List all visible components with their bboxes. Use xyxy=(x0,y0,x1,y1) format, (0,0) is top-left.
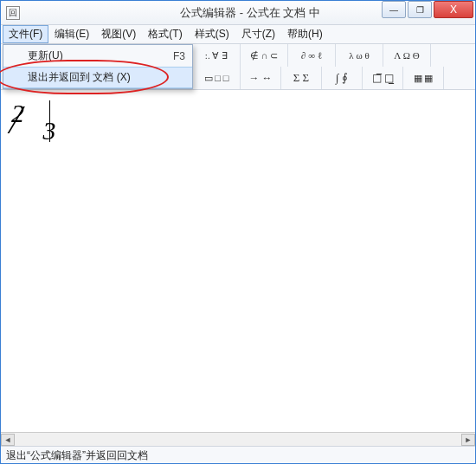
menu-view[interactable]: 视图(V) xyxy=(95,25,142,43)
maximize-button[interactable]: ❐ xyxy=(408,1,432,18)
menu-help[interactable]: 帮助(H) xyxy=(281,25,329,43)
statusbar-text: 退出“公式编辑器”并返回回文档 xyxy=(6,449,148,461)
minimize-button[interactable]: — xyxy=(382,1,406,18)
tb-grp-greek-lower: λ ω θ xyxy=(336,44,383,67)
menu-edit[interactable]: 编辑(E) xyxy=(48,25,95,43)
menu-format[interactable]: 格式(T) xyxy=(142,25,188,43)
tb-grp-template1: ▭ □ □ xyxy=(193,67,241,89)
menu-file[interactable]: 文件(F) xyxy=(3,25,48,43)
tb-grp-sum: Σ Σ xyxy=(281,67,322,89)
tb-overunder-icon[interactable]: □̅ □̲ xyxy=(365,68,400,87)
tb-set-icon[interactable]: ∉ ∩ ⊂ xyxy=(243,46,285,65)
tb-grp-overunder: □̅ □̲ xyxy=(363,67,403,89)
horizontal-scrollbar[interactable]: ◄ ► xyxy=(1,432,475,446)
tb-matrix-icon[interactable]: ▦ ▦ xyxy=(406,68,441,87)
tb-template-box-icon[interactable]: ▭ □ □ xyxy=(196,68,237,87)
tb-greek-lower-icon[interactable]: λ ω θ xyxy=(338,46,380,65)
tb-misc-icon[interactable]: ∂ ∞ ℓ xyxy=(291,46,332,65)
file-menu-update-shortcut: F3 xyxy=(173,50,185,62)
file-menu-exit-return[interactable]: 退出并返回到 文档 (X) xyxy=(3,67,192,88)
tb-logic-icon[interactable]: :. ∀ ∃ xyxy=(196,46,237,65)
window-controls: — ❐ X xyxy=(382,1,475,18)
tb-sum-icon[interactable]: Σ Σ xyxy=(284,68,318,87)
file-menu-exit-return-label: 退出并返回到 文档 (X) xyxy=(28,70,131,85)
tb-greek-upper-icon[interactable]: Λ Ω Θ xyxy=(386,46,428,65)
file-dropdown: 更新(U) F3 退出并返回到 文档 (X) xyxy=(3,44,193,89)
statusbar: 退出“公式编辑器”并返回回文档 xyxy=(1,446,475,463)
tb-grp-integral: ∫ ∮ xyxy=(322,67,363,89)
file-menu-update-label: 更新(U) xyxy=(28,48,63,63)
tb-integral-icon[interactable]: ∫ ∮ xyxy=(325,68,359,87)
formula-fraction: ⁄ 2 3 xyxy=(11,99,44,128)
tb-grp-set: ∉ ∩ ⊂ xyxy=(241,44,288,67)
tb-grp-logic: :. ∀ ∃ xyxy=(193,44,241,67)
tb-grp-arrows: → ↔ xyxy=(241,67,281,89)
fraction-numerator: 2 xyxy=(11,99,24,127)
menu-size[interactable]: 尺寸(Z) xyxy=(235,25,281,43)
file-menu-update[interactable]: 更新(U) F3 xyxy=(3,45,192,67)
titlebar: 回 公式编辑器 - 公式在 文档 中 — ❐ X xyxy=(1,1,475,25)
tb-grp-greek-upper: Λ Ω Θ xyxy=(383,44,431,67)
menu-style[interactable]: 样式(S) xyxy=(189,25,235,43)
tb-arrows-icon[interactable]: → ↔ xyxy=(243,68,278,87)
menubar: 文件(F) 编辑(E) 视图(V) 格式(T) 样式(S) 尺寸(Z) 帮助(H… xyxy=(1,25,475,44)
text-cursor xyxy=(49,100,50,142)
tb-grp-matrix: ▦ ▦ xyxy=(403,67,444,89)
scroll-right-button[interactable]: ► xyxy=(461,434,475,446)
scroll-left-button[interactable]: ◄ xyxy=(1,434,15,446)
close-button[interactable]: X xyxy=(434,1,473,18)
scroll-track[interactable] xyxy=(15,434,461,446)
editor-canvas[interactable]: ⁄ 2 3 xyxy=(1,90,475,432)
app-window: 回 公式编辑器 - 公式在 文档 中 — ❐ X 文件(F) 编辑(E) 视图(… xyxy=(0,0,476,464)
app-icon: 回 xyxy=(6,6,20,20)
tb-grp-misc: ∂ ∞ ℓ xyxy=(288,44,336,67)
toolbar-area: :. ∀ ∃ ∉ ∩ ⊂ ∂ ∞ ℓ λ ω θ Λ Ω Θ ▭ □ □ → ↔ xyxy=(1,44,475,90)
